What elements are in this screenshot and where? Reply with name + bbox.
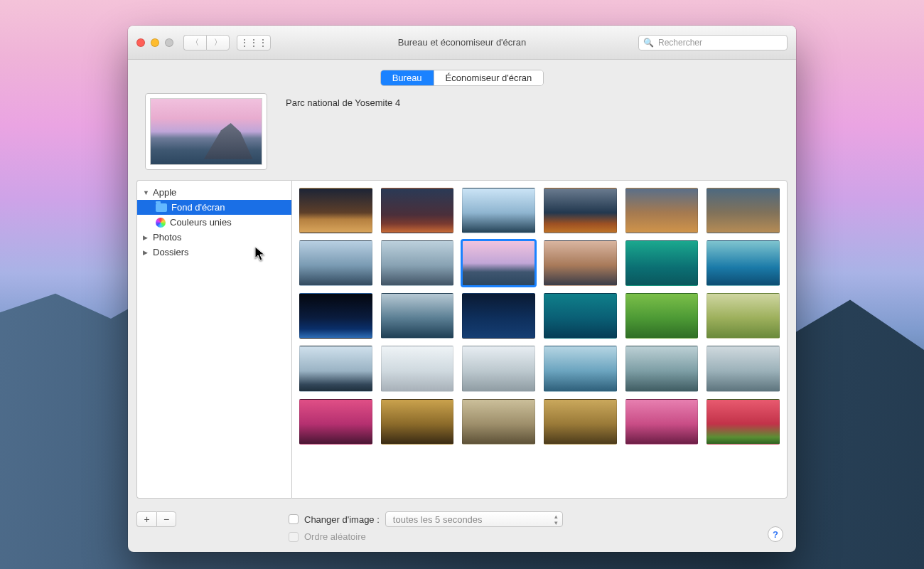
wallpaper-thumb[interactable] <box>625 346 699 391</box>
window-controls <box>136 38 173 47</box>
help-button[interactable]: ? <box>768 526 783 542</box>
change-picture-row: Changer d'image : toutes les 5 secondes … <box>289 511 563 527</box>
nav-back-forward: 〈 〉 <box>183 35 230 50</box>
tab-row: Bureau Économiseur d'écran <box>128 60 796 93</box>
bottom-bar: + − Changer d'image : toutes les 5 secon… <box>128 506 796 552</box>
source-sidebar: ▼ Apple Fond d'écran Couleurs unies ▶ Ph… <box>136 180 291 499</box>
sidebar-group-apple[interactable]: ▼ Apple <box>137 185 291 200</box>
search-input[interactable] <box>658 38 783 48</box>
wallpaper-thumb[interactable] <box>544 188 617 233</box>
tab-screensaver[interactable]: Économiseur d'écran <box>434 70 544 85</box>
change-interval-select[interactable]: toutes les 5 secondes ▴▾ <box>385 511 563 527</box>
disclosure-right-icon: ▶ <box>143 249 149 256</box>
wallpaper-thumb[interactable] <box>544 346 617 391</box>
wallpaper-thumb[interactable] <box>381 346 454 391</box>
back-button[interactable]: 〈 <box>183 35 206 50</box>
search-field-wrap[interactable]: 🔍 <box>638 35 788 50</box>
current-wallpaper-name: Parc national de Yosemite 4 <box>286 93 400 108</box>
wallpaper-thumb[interactable] <box>462 188 535 233</box>
current-wallpaper-preview <box>145 93 267 170</box>
wallpaper-thumb[interactable] <box>544 293 617 339</box>
wallpaper-thumb[interactable] <box>707 399 780 445</box>
change-picture-checkbox[interactable] <box>289 514 299 524</box>
remove-folder-button[interactable]: − <box>156 511 176 527</box>
wallpaper-thumb-selected[interactable] <box>462 240 535 286</box>
change-picture-label: Changer d'image : <box>304 514 380 525</box>
color-wheel-icon <box>156 218 166 228</box>
wallpaper-thumb[interactable] <box>625 240 699 286</box>
wallpaper-thumb[interactable] <box>381 293 454 339</box>
current-wallpaper-row: Parc national de Yosemite 4 <box>128 93 796 180</box>
wallpaper-thumb[interactable] <box>299 188 372 233</box>
wallpaper-thumb[interactable] <box>625 399 699 445</box>
thumbnail-grid <box>292 181 787 452</box>
zoom-window-button[interactable] <box>165 38 173 47</box>
change-options: Changer d'image : toutes les 5 secondes … <box>289 511 563 542</box>
wallpaper-thumb[interactable] <box>299 346 372 391</box>
wallpaper-thumb[interactable] <box>462 293 535 339</box>
wallpaper-thumb[interactable] <box>625 293 699 339</box>
random-order-checkbox <box>289 532 299 542</box>
sidebar-group-photos[interactable]: ▶ Photos <box>137 230 291 245</box>
disclosure-down-icon: ▼ <box>143 189 149 196</box>
wallpaper-thumb[interactable] <box>544 240 617 286</box>
folder-icon <box>156 203 167 212</box>
stepper-updown-icon: ▴▾ <box>554 514 558 526</box>
wallpaper-thumb[interactable] <box>299 240 372 286</box>
wallpaper-thumb[interactable] <box>544 399 617 445</box>
chevron-left-icon: 〈 <box>191 37 199 48</box>
add-folder-button[interactable]: + <box>136 511 156 527</box>
tabs: Bureau Économiseur d'écran <box>380 70 544 86</box>
mountain-shape <box>204 123 253 159</box>
forward-button[interactable]: 〉 <box>206 35 230 50</box>
sidebar-item-desktop-pictures[interactable]: Fond d'écran <box>137 200 291 215</box>
close-window-button[interactable] <box>136 38 145 47</box>
sidebar-group-folders[interactable]: ▶ Dossiers <box>137 245 291 260</box>
desktop-wallpaper: 〈 〉 ⋮⋮⋮ Bureau et économiseur d'écran 🔍 … <box>0 0 924 569</box>
wallpaper-thumb[interactable] <box>707 293 780 339</box>
current-wallpaper-image <box>150 98 262 165</box>
sidebar-group-label: Photos <box>153 232 181 243</box>
change-interval-value: toutes les 5 secondes <box>393 514 483 525</box>
wallpaper-thumb[interactable] <box>381 188 454 233</box>
wallpaper-thumb[interactable] <box>299 293 372 339</box>
folder-add-remove: + − <box>136 511 176 527</box>
sidebar-item-label: Couleurs unies <box>170 217 232 228</box>
random-order-label: Ordre aléatoire <box>304 531 366 542</box>
wallpaper-thumb[interactable] <box>707 240 780 286</box>
wallpaper-thumb[interactable] <box>707 346 780 391</box>
wallpaper-thumb[interactable] <box>462 346 535 391</box>
wallpaper-thumb[interactable] <box>707 188 780 233</box>
thumbnail-grid-wrap <box>291 180 788 499</box>
search-icon: 🔍 <box>643 38 654 48</box>
grid-icon: ⋮⋮⋮ <box>240 38 268 48</box>
window-titlebar: 〈 〉 ⋮⋮⋮ Bureau et économiseur d'écran 🔍 <box>128 26 796 60</box>
wallpaper-thumb[interactable] <box>381 399 454 445</box>
wallpaper-thumb[interactable] <box>299 399 372 445</box>
sidebar-group-label: Apple <box>153 187 176 198</box>
sidebar-group-label: Dossiers <box>153 247 189 257</box>
sidebar-item-solid-colors[interactable]: Couleurs unies <box>137 215 291 230</box>
preferences-window: 〈 〉 ⋮⋮⋮ Bureau et économiseur d'écran 🔍 … <box>128 26 796 552</box>
chevron-right-icon: 〉 <box>214 37 222 48</box>
wallpaper-thumb[interactable] <box>381 240 454 286</box>
wallpaper-thumb[interactable] <box>462 399 535 445</box>
show-all-button[interactable]: ⋮⋮⋮ <box>237 35 271 50</box>
wallpaper-thumb[interactable] <box>625 188 699 233</box>
content-split: ▼ Apple Fond d'écran Couleurs unies ▶ Ph… <box>128 180 796 506</box>
minimize-window-button[interactable] <box>151 38 159 47</box>
sidebar-item-label: Fond d'écran <box>171 202 225 213</box>
disclosure-right-icon: ▶ <box>143 234 149 241</box>
tab-desktop[interactable]: Bureau <box>381 70 434 85</box>
random-order-row: Ordre aléatoire <box>289 531 563 542</box>
